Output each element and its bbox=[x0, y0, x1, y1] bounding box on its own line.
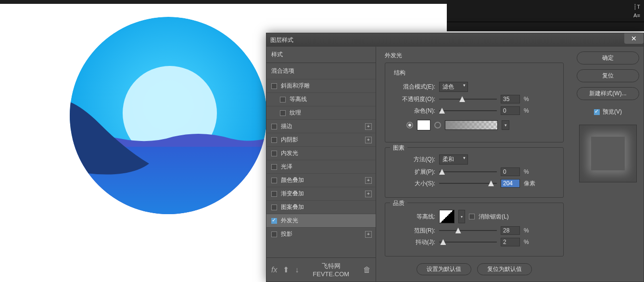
ok-button[interactable]: 确定 bbox=[577, 51, 639, 64]
style-checkbox[interactable] bbox=[280, 97, 286, 103]
styles-header[interactable]: 样式 bbox=[266, 47, 376, 63]
preview-checkbox[interactable] bbox=[594, 109, 600, 115]
opacity-label: 不透明度(O): bbox=[392, 95, 435, 103]
contour-dropdown-icon[interactable]: ▾ bbox=[458, 210, 465, 223]
style-checkbox[interactable] bbox=[271, 205, 277, 210]
range-input[interactable] bbox=[501, 226, 520, 235]
size-input[interactable] bbox=[501, 179, 520, 188]
add-effect-icon[interactable]: + bbox=[365, 191, 372, 197]
blend-options-item[interactable]: 混合选项 bbox=[266, 63, 376, 79]
artwork-moon-scene bbox=[67, 14, 269, 217]
vertical-text-icon[interactable]: ┆T bbox=[632, 4, 642, 12]
contour-picker[interactable] bbox=[439, 210, 455, 223]
pixel-unit: 像素 bbox=[524, 179, 535, 188]
style-label: 光泽 bbox=[281, 163, 292, 171]
jitter-slider[interactable] bbox=[439, 238, 497, 246]
add-effect-icon[interactable]: + bbox=[365, 231, 372, 238]
glow-gradient-picker[interactable] bbox=[445, 120, 498, 130]
dialog-title-bar[interactable]: 图层样式 ✕ bbox=[266, 33, 644, 47]
antialias-label: 消除锯齿(L) bbox=[479, 213, 509, 221]
size-label: 大小(S): bbox=[392, 179, 435, 188]
style-label: 描边 bbox=[281, 122, 292, 130]
style-item-9[interactable]: 图案叠加 bbox=[266, 200, 376, 214]
size-slider[interactable] bbox=[439, 179, 497, 187]
style-label: 等高线 bbox=[290, 95, 307, 103]
dialog-title: 图层样式 bbox=[270, 36, 293, 44]
style-label: 内发光 bbox=[281, 149, 298, 157]
arrow-up-icon[interactable]: ⬆ bbox=[283, 265, 289, 274]
style-label: 外发光 bbox=[281, 217, 298, 225]
styles-list-panel: 样式 混合选项 斜面和浮雕等高线纹理描边+内阴影+内发光光泽颜色叠加+渐变叠加+… bbox=[266, 47, 376, 282]
app-right-panel-bg: ┆T A≡ bbox=[447, 0, 644, 31]
range-label: 范围(R): bbox=[392, 227, 435, 235]
arrow-down-icon[interactable]: ↓ bbox=[295, 266, 299, 274]
noise-input[interactable] bbox=[501, 106, 520, 115]
method-dropdown[interactable]: 柔和 bbox=[439, 154, 468, 165]
noise-label: 杂色(N): bbox=[392, 107, 435, 115]
antialias-checkbox[interactable] bbox=[469, 214, 475, 219]
style-checkbox[interactable] bbox=[271, 231, 277, 237]
outer-glow-title: 外发光 bbox=[385, 51, 564, 60]
style-label: 投影 bbox=[281, 230, 292, 238]
add-effect-icon[interactable]: + bbox=[365, 177, 372, 184]
styles-footer: fx ⬆ ↓ 飞特网 FEVTE.COM 🗑 bbox=[266, 257, 376, 282]
preview-label: 预览(V) bbox=[603, 108, 622, 116]
blend-mode-label: 混合模式(E): bbox=[392, 83, 435, 91]
make-default-button[interactable]: 设置为默认值 bbox=[417, 263, 471, 275]
elements-section: 图素 方法(Q): 柔和 扩展(P): % 大小(S): 像素 bbox=[385, 147, 564, 198]
style-item-7[interactable]: 颜色叠加+ bbox=[266, 173, 376, 187]
style-checkbox[interactable] bbox=[271, 124, 277, 129]
opacity-input[interactable] bbox=[501, 95, 520, 103]
style-checkbox[interactable] bbox=[271, 151, 277, 156]
jitter-input[interactable] bbox=[501, 238, 520, 246]
style-item-11[interactable]: 投影+ bbox=[266, 227, 376, 241]
style-checkbox[interactable] bbox=[271, 218, 277, 224]
spread-slider[interactable] bbox=[439, 168, 497, 176]
percent-unit: % bbox=[524, 168, 529, 175]
close-button[interactable]: ✕ bbox=[624, 33, 644, 44]
add-effect-icon[interactable]: + bbox=[365, 123, 372, 130]
reset-default-button[interactable]: 复位为默认值 bbox=[477, 263, 532, 275]
style-item-5[interactable]: 内发光 bbox=[266, 146, 376, 160]
new-style-button[interactable]: 新建样式(W)... bbox=[577, 87, 639, 100]
style-item-6[interactable]: 光泽 bbox=[266, 160, 376, 173]
style-item-0[interactable]: 斜面和浮雕 bbox=[266, 79, 376, 92]
style-checkbox[interactable] bbox=[280, 110, 286, 116]
style-checkbox[interactable] bbox=[271, 191, 277, 197]
noise-slider[interactable] bbox=[439, 107, 497, 115]
fx-icon[interactable]: fx bbox=[271, 266, 277, 274]
style-item-2[interactable]: 纹理 bbox=[266, 106, 376, 119]
style-label: 内阴影 bbox=[281, 136, 298, 144]
style-checkbox[interactable] bbox=[271, 83, 277, 89]
style-item-8[interactable]: 渐变叠加+ bbox=[266, 187, 376, 200]
spread-label: 扩展(P): bbox=[392, 168, 435, 176]
trash-icon[interactable]: 🗑 bbox=[363, 266, 371, 274]
glow-color-swatch[interactable] bbox=[417, 120, 430, 130]
color-radio[interactable] bbox=[406, 122, 413, 128]
add-effect-icon[interactable]: + bbox=[365, 137, 372, 143]
align-icon[interactable]: A≡ bbox=[632, 13, 642, 20]
spread-input[interactable] bbox=[501, 167, 520, 176]
gradient-dropdown-icon[interactable]: ▾ bbox=[502, 120, 509, 130]
method-label: 方法(Q): bbox=[392, 155, 435, 164]
style-item-1[interactable]: 等高线 bbox=[266, 92, 376, 106]
elements-label: 图素 bbox=[390, 144, 407, 152]
opacity-slider[interactable] bbox=[439, 95, 497, 103]
contour-label: 等高线: bbox=[392, 213, 435, 221]
quality-label: 品质 bbox=[390, 199, 407, 207]
percent-unit: % bbox=[524, 96, 529, 103]
blend-mode-dropdown[interactable]: 滤色 bbox=[439, 82, 468, 92]
style-item-10[interactable]: 外发光 bbox=[266, 214, 376, 227]
style-checkbox[interactable] bbox=[271, 178, 277, 183]
watermark-text-1: 飞特网 bbox=[304, 262, 357, 270]
settings-panel: 外发光 结构 混合模式(E): 滤色 不透明度(O): % 杂色(N): bbox=[376, 47, 572, 282]
cancel-button[interactable]: 复位 bbox=[577, 69, 639, 82]
style-checkbox[interactable] bbox=[271, 164, 277, 170]
percent-unit: % bbox=[524, 227, 529, 234]
gradient-radio[interactable] bbox=[434, 122, 441, 128]
style-item-4[interactable]: 内阴影+ bbox=[266, 133, 376, 146]
range-slider[interactable] bbox=[439, 227, 497, 234]
style-checkbox[interactable] bbox=[271, 137, 277, 143]
quality-section: 品质 等高线: ▾ 消除锯齿(L) 范围(R): % 抖动(J): bbox=[385, 203, 564, 256]
style-item-3[interactable]: 描边+ bbox=[266, 119, 376, 133]
